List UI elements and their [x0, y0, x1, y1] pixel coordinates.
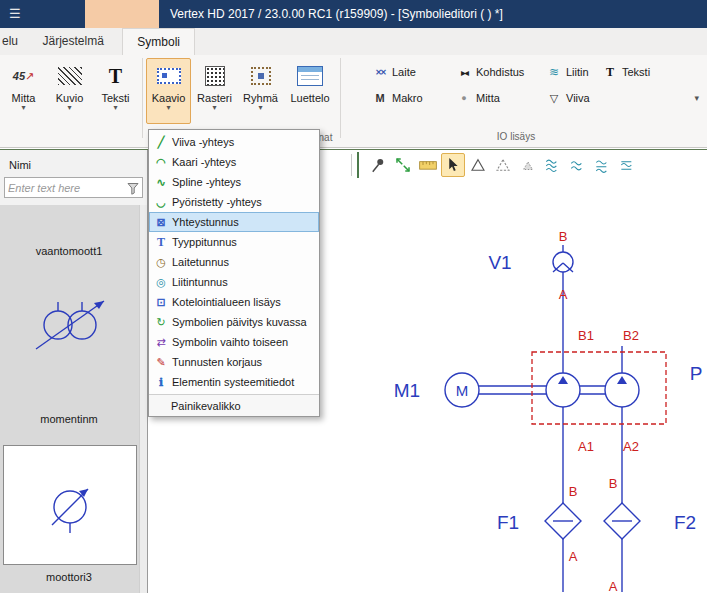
- menu-item-label: Kotelointialueen lisäys: [172, 296, 281, 308]
- raster-pattern-icon: [193, 62, 236, 90]
- io-button-makro[interactable]: M Makro: [368, 88, 427, 108]
- ruler-icon[interactable]: [416, 153, 440, 177]
- menu-item-spline-yhteys[interactable]: ∿ Spline -yhteys: [149, 172, 319, 192]
- group-label-io-lisays: IO lisäys: [366, 131, 666, 142]
- menu-item-elementin-systeemitiedot[interactable]: ℹ Elementin systeemitiedot: [149, 372, 319, 392]
- window-title: Vertex HD 2017 / 23.0.00 RC1 (r159909) -…: [170, 7, 503, 21]
- workspace-top-divider: [0, 149, 707, 150]
- chevron-down-icon: ▾: [94, 104, 137, 112]
- triangle-dashed-tool-icon[interactable]: [491, 153, 515, 177]
- enclosure-area-icon: ⊡: [150, 296, 172, 309]
- tab-symboli[interactable]: Symboli: [122, 28, 195, 55]
- port-label: A: [569, 549, 578, 564]
- pin-glyph: [369, 156, 387, 174]
- port-label-b1: B1: [578, 328, 594, 343]
- triangle-tool-icon[interactable]: [466, 153, 490, 177]
- menu-item-label: Laitetunnus: [172, 256, 229, 268]
- fit-view-glyph: [394, 156, 412, 174]
- menu-item-viiva-yhteys[interactable]: ╱ Viiva -yhteys: [149, 132, 319, 152]
- triangle-small-tool-icon[interactable]: [516, 153, 540, 177]
- dimension-angle-arrow: ↗: [25, 70, 34, 83]
- text-icon: T: [94, 62, 137, 90]
- menu-item-label: Painikevalikko: [149, 400, 241, 412]
- canvas-toolbar: [349, 152, 640, 178]
- io-button-laite[interactable]: ✕✕ Laite: [368, 62, 420, 82]
- symbol-list[interactable]: vaantomoott1 momentinm moottori3: [0, 205, 147, 593]
- menu-item-liitintunnus[interactable]: ◎ Liitintunnus: [149, 272, 319, 292]
- waves-tool-3-icon[interactable]: [591, 153, 615, 177]
- list-item-vaantomoott1[interactable]: vaantomoott1: [0, 245, 138, 257]
- chevron-down-icon: ▾: [239, 104, 282, 112]
- connection-id-icon: ⊠: [150, 216, 172, 229]
- io-button-label: Liitin: [566, 66, 589, 78]
- tab-clipped[interactable]: elu: [0, 28, 24, 55]
- select-cursor-icon[interactable]: [441, 153, 465, 177]
- ribbon-button-ryhma[interactable]: Ryhmä ▾: [238, 58, 283, 124]
- dimension-angle-icon: 45↗: [2, 62, 45, 90]
- ribbon-button-luettelo[interactable]: Luettelo: [284, 58, 336, 124]
- menu-item-painikevalikko[interactable]: Painikevalikko: [149, 394, 319, 416]
- fix-ids-icon: ✎: [150, 356, 172, 369]
- dimension-angle-number: 45: [13, 70, 25, 82]
- chevron-down-icon: ▾: [147, 104, 190, 112]
- ribbon-separator: [142, 58, 143, 138]
- io-button-teksti[interactable]: T Teksti: [598, 62, 654, 82]
- list-item-momentinm[interactable]: momentinm: [0, 413, 138, 425]
- ruler-glyph: [418, 155, 438, 175]
- menu-item-kotelointialueen-lisays[interactable]: ⊡ Kotelointialueen lisäys: [149, 292, 319, 312]
- menu-item-label: Yhteystunnus: [172, 216, 239, 228]
- hamburger-menu-icon[interactable]: ☰: [9, 6, 21, 21]
- menu-item-symbolien-paivitys[interactable]: ↻ Symbolien päivitys kuvassa: [149, 312, 319, 332]
- list-item-moottori3-label[interactable]: moottori3: [0, 571, 138, 583]
- waves-glyph: [618, 155, 638, 175]
- component-label-m1: M1: [394, 380, 420, 401]
- tab-jarjestelma[interactable]: Järjestelmä: [28, 28, 117, 55]
- menu-item-tunnusten-korjaus[interactable]: ✎ Tunnusten korjaus: [149, 352, 319, 372]
- ribbon-button-kuvio[interactable]: Kuvio ▾: [47, 58, 92, 124]
- refresh-symbols-icon: ↻: [150, 316, 172, 329]
- pin-icon[interactable]: [366, 153, 390, 177]
- io-button-label: Teksti: [622, 66, 650, 78]
- menu-item-tyyppitunnus[interactable]: T Tyyppitunnus: [149, 232, 319, 252]
- io-button-kohdistus[interactable]: ▸◂ Kohdistus: [452, 62, 528, 82]
- ribbon-collapse-icon[interactable]: ▾: [694, 93, 699, 103]
- menu-item-label: Elementin systeemitiedot: [172, 376, 294, 388]
- device-id-icon: ◷: [150, 256, 172, 269]
- waves-tool-4-icon[interactable]: [616, 153, 640, 177]
- ribbon: 45↗ Mitta ▾ Kuvio ▾ T Teksti ▾ Kaavio ▾ …: [0, 55, 707, 148]
- swap-symbol-icon: ⇄: [150, 336, 172, 349]
- ribbon-separator: [340, 58, 341, 138]
- menu-item-label: Symbolin vaihto toiseen: [172, 336, 288, 348]
- menu-item-pyoristetty-yhteys[interactable]: ◡ Pyöristetty -yhteys: [149, 192, 319, 212]
- menu-item-yhteystunnus[interactable]: ⊠ Yhteystunnus: [149, 212, 319, 232]
- kaavio-dropdown-menu: ╱ Viiva -yhteys ◠ Kaari -yhteys ∿ Spline…: [148, 129, 320, 417]
- chevron-down-icon: ▾: [193, 104, 236, 112]
- line-connection-icon: ╱: [150, 136, 172, 149]
- io-button-mitta[interactable]: ● Mitta: [452, 88, 504, 108]
- panel-scrollbar[interactable]: [139, 205, 147, 593]
- device-icon: ✕✕: [372, 68, 388, 77]
- menu-item-kaari-yhteys[interactable]: ◠ Kaari -yhteys: [149, 152, 319, 172]
- system-info-icon: ℹ: [150, 376, 172, 389]
- menu-item-symbolin-vaihto[interactable]: ⇄ Symbolin vaihto toiseen: [149, 332, 319, 352]
- ribbon-button-teksti[interactable]: T Teksti ▾: [93, 58, 138, 124]
- fit-view-icon[interactable]: [391, 153, 415, 177]
- io-button-label: Laite: [392, 66, 416, 78]
- ribbon-button-kaavio[interactable]: Kaavio ▾: [146, 58, 191, 124]
- io-button-liitin[interactable]: ≋ Liitin: [542, 62, 593, 82]
- rounded-connection-icon: ◡: [150, 196, 172, 209]
- triangle-dashed-glyph: [494, 156, 512, 174]
- ribbon-button-rasteri[interactable]: Rasteri ▾: [192, 58, 237, 124]
- search-input[interactable]: [8, 180, 120, 195]
- menu-item-laitetunnus[interactable]: ◷ Laitetunnus: [149, 252, 319, 272]
- ribbon-big-buttons: 45↗ Mitta ▾ Kuvio ▾ T Teksti ▾ Kaavio ▾ …: [1, 58, 344, 138]
- waves-tool-2-icon[interactable]: [566, 153, 590, 177]
- list-item-moottori3-selected[interactable]: [3, 445, 137, 565]
- waves-tool-1-icon[interactable]: [541, 153, 565, 177]
- ribbon-button-mitta[interactable]: 45↗ Mitta ▾: [1, 58, 46, 124]
- port-label: B: [559, 229, 568, 244]
- triangle-small-glyph: [519, 156, 537, 174]
- io-button-viiva[interactable]: ▽ Viiva: [542, 88, 594, 108]
- filter-funnel-icon[interactable]: [127, 182, 139, 195]
- symbol-thumbnail-momentinm[interactable]: [24, 283, 116, 361]
